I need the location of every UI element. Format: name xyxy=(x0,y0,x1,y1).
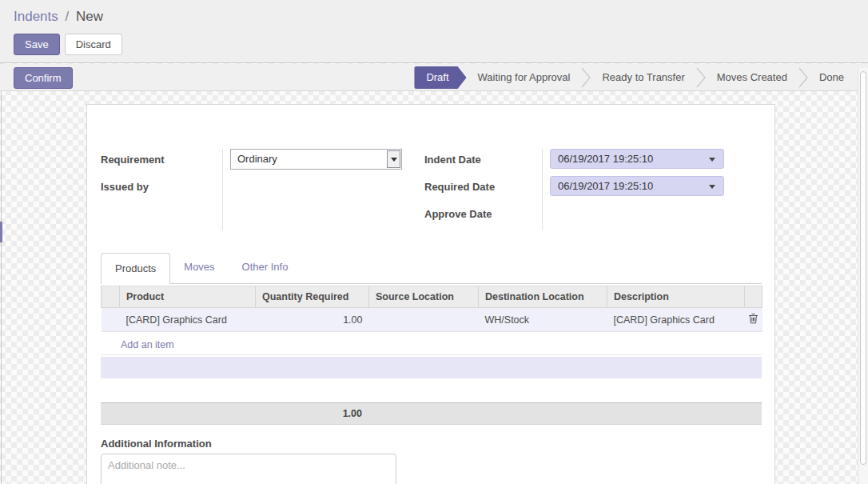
requirement-select-value: Ordinary xyxy=(237,153,277,165)
products-table: Product Quantity Required Source Locatio… xyxy=(101,286,762,332)
required-date-label: Required Date xyxy=(424,176,542,203)
status-step-draft[interactable]: Draft xyxy=(414,66,466,89)
action-buttons: Save Discard xyxy=(14,34,122,55)
issued-by-field[interactable] xyxy=(230,176,402,203)
breadcrumb-separator: / xyxy=(66,9,70,24)
trash-icon xyxy=(748,313,759,324)
tab-products[interactable]: Products xyxy=(101,253,170,284)
status-step-moves-created[interactable]: Moves Created xyxy=(706,66,798,89)
table-header-row: Product Quantity Required Source Locatio… xyxy=(102,286,762,308)
column-header-product: Product xyxy=(120,286,256,308)
field-group-left: Requirement Issued by Ordinary xyxy=(101,149,424,230)
top-header: Indents / New Save Discard xyxy=(0,0,868,63)
total-row: 1.00 xyxy=(101,402,762,425)
caret-down-icon xyxy=(391,158,397,162)
column-header-quantity-required: Quantity Required xyxy=(256,286,369,308)
column-header-source-location: Source Location xyxy=(369,286,479,308)
status-step-done[interactable]: Done xyxy=(808,66,855,89)
breadcrumb-indents-link[interactable]: Indents xyxy=(14,9,58,24)
approve-date-field[interactable] xyxy=(550,203,724,230)
row-handle-header xyxy=(102,286,120,308)
status-steps: Draft Waiting for Approval Ready to Tran… xyxy=(414,66,855,89)
requirement-label: Requirement xyxy=(101,149,222,176)
indent-date-field[interactable]: 06/19/2017 19:25:10 xyxy=(550,149,724,169)
tab-other-info[interactable]: Other Info xyxy=(229,252,302,283)
cell-product[interactable]: [CARD] Graphics Card xyxy=(120,308,256,332)
status-step-ready-to-transfer[interactable]: Ready to Transfer xyxy=(591,66,695,89)
issued-by-label: Issued by xyxy=(101,176,222,203)
scrollbar-thumb[interactable] xyxy=(860,71,866,465)
statusbar: Confirm Draft Waiting for Approval Ready… xyxy=(0,64,868,91)
required-date-value: 06/19/2017 19:25:10 xyxy=(558,180,653,192)
discard-button[interactable]: Discard xyxy=(65,34,122,55)
chevron-right-icon xyxy=(798,66,808,89)
add-an-item-link[interactable]: Add an item xyxy=(121,339,174,350)
tab-moves[interactable]: Moves xyxy=(170,252,228,283)
cell-description[interactable]: [CARD] Graphics Card xyxy=(607,308,745,332)
additional-information-label: Additional Information xyxy=(101,438,774,450)
column-header-description: Description xyxy=(607,286,745,308)
indent-date-value: 06/19/2017 19:25:10 xyxy=(558,153,653,165)
empty-highlight-row[interactable] xyxy=(101,357,762,378)
table-row[interactable]: [CARD] Graphics Card 1.00 WH/Stock [CARD… xyxy=(102,308,762,332)
column-header-destination-location: Destination Location xyxy=(479,286,607,308)
additional-note-textarea[interactable] xyxy=(101,454,396,484)
caret-down-icon xyxy=(709,158,715,162)
field-area: Requirement Issued by Ordinary Indent Da… xyxy=(101,149,774,230)
delete-column-header xyxy=(745,286,762,308)
breadcrumb-current: New xyxy=(76,9,103,24)
field-group-right: Indent Date Required Date Approve Date 0… xyxy=(424,149,744,230)
row-handle-cell xyxy=(102,308,120,332)
cell-destination-location[interactable]: WH/Stock xyxy=(479,308,607,332)
cell-source-location[interactable] xyxy=(369,308,479,332)
breadcrumb: Indents / New xyxy=(14,9,103,25)
caret-down-icon xyxy=(709,185,715,189)
confirm-button[interactable]: Confirm xyxy=(14,67,73,89)
chevron-right-icon xyxy=(696,66,706,89)
left-purple-strip xyxy=(0,222,2,242)
approve-date-label: Approve Date xyxy=(424,203,542,230)
chevron-right-icon xyxy=(581,66,591,89)
notebook-tabs: Products Moves Other Info xyxy=(101,253,762,284)
indent-date-label: Indent Date xyxy=(424,149,542,176)
delete-row-button[interactable] xyxy=(748,313,759,326)
status-step-waiting-for-approval[interactable]: Waiting for Approval xyxy=(467,66,582,89)
required-date-field[interactable]: 06/19/2017 19:25:10 xyxy=(550,176,724,196)
requirement-select[interactable]: Ordinary xyxy=(230,149,402,170)
quantity-total: 1.00 xyxy=(101,403,368,425)
save-button[interactable]: Save xyxy=(14,34,60,55)
select-dropdown-button xyxy=(387,150,400,168)
cell-quantity-required[interactable]: 1.00 xyxy=(256,308,369,332)
add-item-row: Add an item xyxy=(101,332,762,355)
vertical-scrollbar[interactable] xyxy=(858,68,868,484)
form-sheet: Requirement Issued by Ordinary Indent Da… xyxy=(86,104,775,484)
